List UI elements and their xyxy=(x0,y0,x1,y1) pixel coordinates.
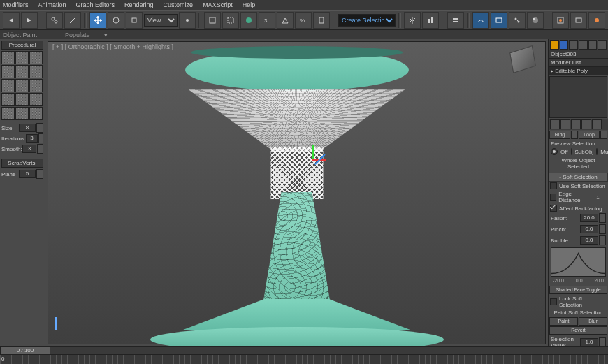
unique-icon[interactable] xyxy=(571,119,581,129)
edge-dist-checkbox[interactable] xyxy=(550,194,556,201)
spinner-snap-button[interactable] xyxy=(313,12,330,29)
undo-button[interactable] xyxy=(3,12,20,29)
menu-maxscript[interactable]: MAXScript xyxy=(203,1,233,8)
pinch-spinner[interactable]: 0.0 xyxy=(580,225,598,233)
falloff-spinner[interactable]: 20.0 xyxy=(580,214,598,222)
render-frame-button[interactable] xyxy=(570,12,587,29)
ring-button[interactable]: Ring xyxy=(549,131,570,139)
ref-coord-system[interactable]: View xyxy=(144,14,178,27)
transform-gizmo-icon[interactable] xyxy=(300,147,328,175)
noise-swatch[interactable] xyxy=(15,107,29,120)
use-soft-checkbox[interactable] xyxy=(550,182,557,189)
selection-region-button[interactable] xyxy=(222,12,239,29)
pivot-button[interactable] xyxy=(179,12,196,29)
plane-spinner[interactable]: 5 xyxy=(19,170,36,178)
remove-modifier-icon[interactable] xyxy=(581,119,591,129)
spinner-buttons[interactable] xyxy=(38,133,43,143)
menu-modifiers[interactable]: Modifiers xyxy=(3,1,29,8)
menu-rendering[interactable]: Rendering xyxy=(124,1,154,8)
layer-manager-button[interactable] xyxy=(447,12,464,29)
dope-sheet-button[interactable] xyxy=(491,12,507,29)
create-tab-icon[interactable] xyxy=(550,40,559,50)
noise-swatch[interactable] xyxy=(1,65,15,78)
noise-swatch[interactable] xyxy=(1,107,15,120)
noise-swatch[interactable] xyxy=(29,107,43,120)
tab-populate[interactable]: Populate xyxy=(65,31,90,38)
spinner-buttons[interactable] xyxy=(36,169,43,179)
ring-shift-icon[interactable] xyxy=(571,131,578,139)
noise-swatch[interactable] xyxy=(29,79,43,92)
window-crossing-button[interactable] xyxy=(240,12,257,29)
noise-swatch[interactable] xyxy=(29,93,43,106)
angle-snap-button[interactable] xyxy=(277,12,294,29)
select-by-name-button[interactable] xyxy=(204,12,221,29)
modifier-stack-item[interactable]: ▸ Editable Poly xyxy=(549,67,608,75)
edge-dist-spinner[interactable]: 1 xyxy=(596,194,607,201)
menu-graph-editors[interactable]: Graph Editors xyxy=(76,1,115,8)
motion-tab-icon[interactable] xyxy=(579,40,588,50)
timeline-ruler[interactable]: 0 xyxy=(0,355,608,364)
noise-swatch[interactable] xyxy=(29,51,43,64)
spinner-buttons[interactable] xyxy=(37,144,43,154)
menu-animation[interactable]: Animation xyxy=(38,1,66,8)
schematic-view-button[interactable] xyxy=(509,12,526,29)
percent-snap-button[interactable]: % xyxy=(295,12,312,29)
radio-off[interactable] xyxy=(551,148,558,155)
spinner-buttons[interactable] xyxy=(599,235,606,245)
unlink-button[interactable] xyxy=(64,12,81,29)
spinner-buttons[interactable] xyxy=(599,213,606,223)
configure-sets-icon[interactable] xyxy=(592,119,602,129)
render-button[interactable] xyxy=(588,12,605,29)
smooth-spinner[interactable]: 3 xyxy=(22,145,36,153)
object-name-field[interactable]: Object003 xyxy=(549,50,608,59)
soft-selection-rollout[interactable]: - Soft Selection xyxy=(549,173,608,182)
radio-multi[interactable] xyxy=(596,148,598,155)
shaded-face-toggle-button[interactable]: Shaded Face Toggle xyxy=(549,286,607,294)
redo-button[interactable] xyxy=(21,12,38,29)
align-button[interactable] xyxy=(422,12,439,29)
menu-customize[interactable]: Customize xyxy=(164,1,194,8)
menu-help[interactable]: Help xyxy=(243,1,256,8)
loop-button[interactable]: Loop xyxy=(579,131,600,139)
loop-shift-icon[interactable] xyxy=(600,131,607,139)
noise-swatch[interactable] xyxy=(29,65,43,78)
material-editor-button[interactable] xyxy=(527,12,544,29)
modifier-list-dropdown[interactable]: Modifier List xyxy=(549,59,608,67)
time-slider-thumb[interactable]: 0 / 100 xyxy=(0,347,50,355)
viewport-label[interactable]: [ + ] [ Orthographic ] [ Smooth + Highli… xyxy=(52,43,173,50)
spinner-buttons[interactable] xyxy=(36,123,43,133)
select-scale-button[interactable] xyxy=(126,12,143,29)
show-result-icon[interactable] xyxy=(560,119,570,129)
revert-button[interactable]: Revert xyxy=(549,326,607,335)
curve-editor-button[interactable] xyxy=(472,12,489,29)
pin-stack-icon[interactable] xyxy=(550,119,560,129)
snap-toggle-button[interactable]: 3 xyxy=(259,12,275,29)
iterations-spinner[interactable]: 3 xyxy=(26,134,38,143)
time-slider[interactable]: 0 / 100 xyxy=(0,347,608,355)
paint-button[interactable]: Paint xyxy=(549,317,578,326)
render-setup-button[interactable] xyxy=(552,12,569,29)
lock-soft-checkbox[interactable] xyxy=(550,298,557,305)
bubble-spinner[interactable]: 0.0 xyxy=(580,236,598,245)
view-cube[interactable] xyxy=(509,45,536,73)
link-button[interactable] xyxy=(46,12,63,29)
select-rotate-button[interactable] xyxy=(108,12,124,29)
blur-button[interactable]: Blur xyxy=(579,317,607,326)
noise-swatch[interactable] xyxy=(1,51,15,64)
noise-swatch[interactable] xyxy=(15,51,29,64)
utilities-tab-icon[interactable] xyxy=(598,40,607,50)
ribbon-toggle-icon[interactable]: ▾ xyxy=(104,31,108,38)
modify-tab-icon[interactable] xyxy=(560,40,569,50)
noise-swatch[interactable] xyxy=(15,93,29,106)
affect-backfacing-checkbox[interactable] xyxy=(550,205,557,212)
noise-swatch[interactable] xyxy=(1,79,15,92)
noise-swatch[interactable] xyxy=(15,79,29,92)
size-spinner[interactable]: 8 xyxy=(19,124,36,132)
named-selection-sets[interactable]: Create Selection S xyxy=(338,14,396,27)
radio-subobj[interactable] xyxy=(571,148,572,155)
tab-object-paint[interactable]: Object Paint xyxy=(3,31,37,38)
hierarchy-tab-icon[interactable] xyxy=(569,40,578,50)
noise-swatch[interactable] xyxy=(15,65,29,78)
spinner-buttons[interactable] xyxy=(599,224,606,234)
mirror-button[interactable] xyxy=(404,12,421,29)
